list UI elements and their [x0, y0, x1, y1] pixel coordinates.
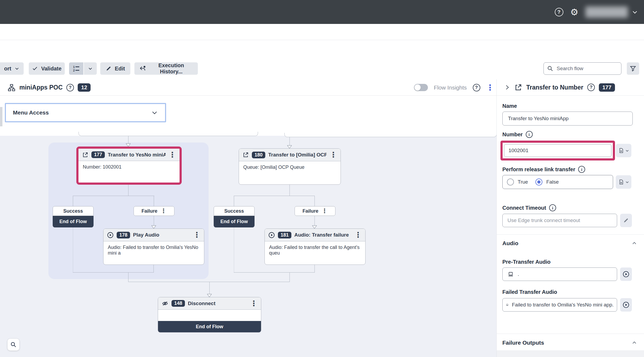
filter-button[interactable] — [627, 62, 639, 75]
flow-count-badge: 12 — [78, 83, 91, 92]
output-success[interactable]: Success — [53, 206, 94, 216]
svg-text:2: 2 — [73, 69, 75, 72]
connector-line — [128, 136, 128, 144]
export-button[interactable]: ort — [0, 62, 24, 75]
output-kebab-icon[interactable]: ⋮ — [161, 208, 167, 214]
node-transfer-ocp-queue[interactable]: 180 Transfer to [Omilia] OCP Queue ⋮ Que… — [239, 148, 341, 185]
radio-true[interactable] — [507, 178, 514, 185]
node-play-audio[interactable]: 178 Play Audio ⋮ Audio: Failed to transf… — [103, 229, 204, 265]
menu-access-dropdown[interactable]: Menu Access — [5, 103, 166, 122]
node-transfer-yesno-miniapp[interactable]: 177 Transfer to YesNo miniApp ⋮ Number: … — [76, 147, 182, 185]
flow-menu-kebab-icon[interactable]: ⋮ — [486, 84, 494, 92]
laptop-icon — [507, 271, 514, 277]
output-failure[interactable]: Failure ⋮ — [295, 206, 335, 216]
connector-line — [128, 185, 128, 196]
name-field-label: Name — [502, 103, 517, 109]
end-of-flow-label: End of Flow — [59, 219, 87, 224]
failed-transfer-audio-field[interactable]: Failed to transfer to Omilia's YesNo min… — [502, 298, 617, 312]
chevron-up-icon — [632, 241, 637, 246]
play-circle-icon — [268, 232, 275, 238]
user-name-redacted — [585, 6, 628, 18]
divider — [0, 40, 644, 40]
failed-transfer-audio-play-button[interactable] — [620, 298, 632, 312]
checkmark-icon — [32, 66, 38, 72]
connector-line — [314, 216, 315, 226]
info-icon[interactable]: i — [578, 166, 585, 173]
svg-text:1: 1 — [73, 65, 75, 69]
connector-line — [289, 272, 290, 282]
panel-divider — [497, 234, 644, 235]
truncated-node-left[interactable] — [78, 132, 258, 136]
connect-timeout-label-text: Connect Timeout — [502, 205, 546, 211]
settings-gear-icon[interactable]: ⚙ — [570, 8, 578, 17]
node-kebab-icon[interactable]: ⋮ — [330, 151, 337, 159]
number-expression-mode-button[interactable] — [616, 144, 631, 157]
list-options-dropdown-button[interactable] — [84, 62, 97, 75]
flow-help-icon[interactable]: ? — [66, 84, 74, 91]
output-failure[interactable]: Failure ⋮ — [134, 206, 174, 216]
panel-title: Transfer to Number — [526, 84, 583, 91]
audio-section-header[interactable]: Audio — [502, 240, 637, 247]
name-input[interactable] — [507, 115, 628, 122]
document-icon — [618, 148, 624, 153]
node-audio-transfer-failure[interactable]: 181 Audio: Transfer failure ⋮ Audio: Fai… — [264, 229, 366, 265]
numbered-list-button[interactable]: 1 2 — [69, 62, 83, 75]
connector-line — [234, 196, 234, 206]
execution-history-button[interactable]: Execution History... — [134, 62, 198, 75]
document-icon — [618, 179, 624, 185]
flow-insights-toggle[interactable] — [414, 84, 428, 91]
connector-line — [234, 196, 315, 196]
validate-button[interactable]: Validate — [29, 62, 65, 75]
end-of-flow-badge: End of Flow — [214, 216, 255, 227]
connect-timeout-label: Connect Timeout i — [502, 204, 556, 211]
pre-transfer-audio-field[interactable]: . — [502, 267, 617, 281]
connector-line — [209, 282, 210, 294]
node-kebab-icon[interactable]: ⋮ — [193, 231, 201, 239]
radio-true-label: True — [518, 179, 528, 185]
user-menu[interactable] — [585, 6, 638, 18]
panel-help-icon[interactable]: ? — [587, 84, 595, 91]
pre-transfer-audio-play-button[interactable] — [620, 267, 632, 281]
canvas-zoom-button[interactable] — [8, 339, 19, 351]
panel-header: Transfer to Number ? 177 — [497, 79, 644, 96]
number-field-label: Number i — [502, 131, 533, 138]
numbered-list-icon: 1 2 — [73, 65, 80, 72]
node-kebab-icon[interactable]: ⋮ — [354, 231, 362, 239]
info-icon[interactable]: i — [526, 131, 533, 138]
connect-timeout-value: Use Edge trunk connect timeout — [507, 217, 580, 223]
number-field-highlight — [500, 141, 615, 160]
validate-button-label: Validate — [41, 66, 62, 72]
node-kebab-icon[interactable]: ⋮ — [169, 151, 176, 159]
flow-insights-help-icon[interactable]: ? — [473, 84, 480, 91]
output-success[interactable]: Success — [214, 206, 255, 216]
eye-off-icon — [162, 300, 169, 307]
output-success-label: Success — [63, 208, 83, 214]
node-body-text: Audio: Failed to transfer the call to Ag… — [265, 241, 365, 259]
release-expression-mode-button[interactable] — [616, 175, 631, 189]
end-of-flow-label: End of Flow — [220, 219, 248, 224]
truncated-node-right[interactable] — [284, 133, 497, 137]
radio-false[interactable] — [535, 178, 542, 185]
connector-line — [289, 137, 290, 145]
failure-outputs-section-header[interactable]: Failure Outputs — [502, 340, 637, 346]
edit-button[interactable]: Edit — [100, 62, 130, 75]
search-flow-input[interactable] — [556, 65, 618, 72]
node-title: Disconnect — [188, 301, 247, 306]
failed-transfer-audio-value: Failed to transfer to Omilia's YesNo min… — [512, 302, 614, 308]
node-id-badge: 180 — [252, 152, 265, 158]
collapse-panel-chevron-icon[interactable] — [504, 84, 510, 90]
help-icon[interactable]: ? — [555, 8, 563, 16]
external-link-icon[interactable] — [514, 83, 522, 91]
number-input[interactable] — [508, 147, 607, 154]
node-body-text: Number: 1002001 — [78, 161, 180, 173]
connect-timeout-field[interactable]: Use Edge trunk connect timeout — [502, 214, 617, 227]
failed-transfer-audio-label: Failed Transfer Audio — [502, 289, 557, 295]
chevron-down-icon — [88, 66, 93, 71]
node-disconnect[interactable]: 148 Disconnect ⋮ End of Flow — [158, 297, 261, 333]
output-kebab-icon[interactable]: ⋮ — [322, 208, 328, 214]
cropped-side-element — [0, 107, 2, 126]
node-kebab-icon[interactable]: ⋮ — [250, 300, 257, 307]
node-title: Transfer to [Omilia] OCP Queue — [268, 152, 327, 158]
info-icon[interactable]: i — [549, 204, 556, 211]
connect-timeout-edit-button[interactable] — [620, 214, 632, 227]
